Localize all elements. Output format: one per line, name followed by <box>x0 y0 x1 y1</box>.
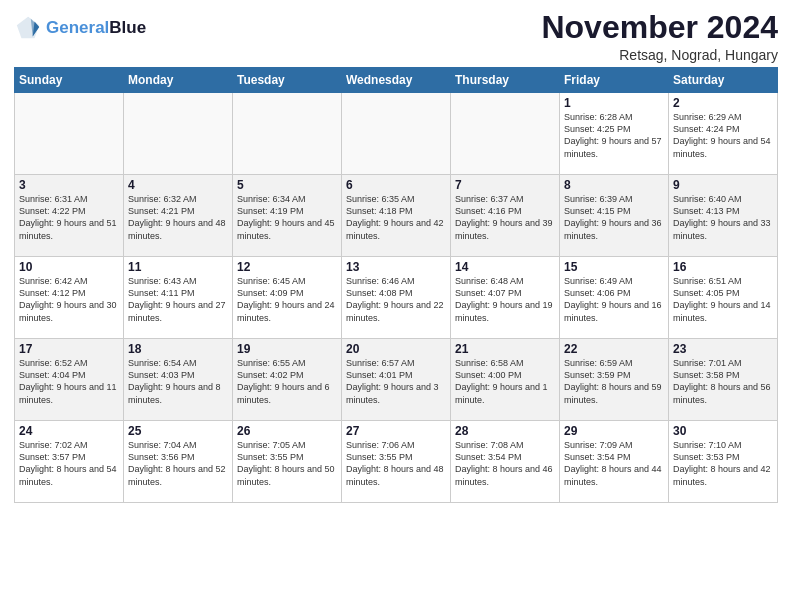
cell-3-3: 20Sunrise: 6:57 AM Sunset: 4:01 PM Dayli… <box>342 339 451 421</box>
day-number: 25 <box>128 424 228 438</box>
day-number: 24 <box>19 424 119 438</box>
day-info: Sunrise: 7:01 AM Sunset: 3:58 PM Dayligh… <box>673 357 773 406</box>
cell-3-5: 22Sunrise: 6:59 AM Sunset: 3:59 PM Dayli… <box>560 339 669 421</box>
day-info: Sunrise: 7:02 AM Sunset: 3:57 PM Dayligh… <box>19 439 119 488</box>
day-number: 15 <box>564 260 664 274</box>
day-number: 14 <box>455 260 555 274</box>
cell-4-4: 28Sunrise: 7:08 AM Sunset: 3:54 PM Dayli… <box>451 421 560 503</box>
day-number: 16 <box>673 260 773 274</box>
day-number: 10 <box>19 260 119 274</box>
cell-3-1: 18Sunrise: 6:54 AM Sunset: 4:03 PM Dayli… <box>124 339 233 421</box>
day-number: 2 <box>673 96 773 110</box>
day-info: Sunrise: 6:31 AM Sunset: 4:22 PM Dayligh… <box>19 193 119 242</box>
col-tuesday: Tuesday <box>233 68 342 93</box>
day-number: 22 <box>564 342 664 356</box>
cell-1-6: 9Sunrise: 6:40 AM Sunset: 4:13 PM Daylig… <box>669 175 778 257</box>
week-row-2: 10Sunrise: 6:42 AM Sunset: 4:12 PM Dayli… <box>15 257 778 339</box>
day-number: 13 <box>346 260 446 274</box>
day-number: 9 <box>673 178 773 192</box>
cell-4-0: 24Sunrise: 7:02 AM Sunset: 3:57 PM Dayli… <box>15 421 124 503</box>
day-number: 20 <box>346 342 446 356</box>
day-number: 1 <box>564 96 664 110</box>
week-row-1: 3Sunrise: 6:31 AM Sunset: 4:22 PM Daylig… <box>15 175 778 257</box>
cell-4-3: 27Sunrise: 7:06 AM Sunset: 3:55 PM Dayli… <box>342 421 451 503</box>
week-row-0: 1Sunrise: 6:28 AM Sunset: 4:25 PM Daylig… <box>15 93 778 175</box>
logo-line2: Blue <box>109 18 146 37</box>
day-number: 29 <box>564 424 664 438</box>
day-number: 6 <box>346 178 446 192</box>
cell-2-2: 12Sunrise: 6:45 AM Sunset: 4:09 PM Dayli… <box>233 257 342 339</box>
cell-1-2: 5Sunrise: 6:34 AM Sunset: 4:19 PM Daylig… <box>233 175 342 257</box>
cell-4-5: 29Sunrise: 7:09 AM Sunset: 3:54 PM Dayli… <box>560 421 669 503</box>
cell-2-0: 10Sunrise: 6:42 AM Sunset: 4:12 PM Dayli… <box>15 257 124 339</box>
day-info: Sunrise: 6:58 AM Sunset: 4:00 PM Dayligh… <box>455 357 555 406</box>
day-number: 28 <box>455 424 555 438</box>
day-info: Sunrise: 6:42 AM Sunset: 4:12 PM Dayligh… <box>19 275 119 324</box>
cell-4-6: 30Sunrise: 7:10 AM Sunset: 3:53 PM Dayli… <box>669 421 778 503</box>
day-number: 23 <box>673 342 773 356</box>
day-info: Sunrise: 7:10 AM Sunset: 3:53 PM Dayligh… <box>673 439 773 488</box>
col-monday: Monday <box>124 68 233 93</box>
cell-4-2: 26Sunrise: 7:05 AM Sunset: 3:55 PM Dayli… <box>233 421 342 503</box>
day-number: 11 <box>128 260 228 274</box>
logo-text: GeneralBlue <box>46 19 146 38</box>
cell-2-6: 16Sunrise: 6:51 AM Sunset: 4:05 PM Dayli… <box>669 257 778 339</box>
day-info: Sunrise: 7:04 AM Sunset: 3:56 PM Dayligh… <box>128 439 228 488</box>
cell-0-6: 2Sunrise: 6:29 AM Sunset: 4:24 PM Daylig… <box>669 93 778 175</box>
day-info: Sunrise: 6:40 AM Sunset: 4:13 PM Dayligh… <box>673 193 773 242</box>
cell-0-4 <box>451 93 560 175</box>
day-number: 8 <box>564 178 664 192</box>
day-info: Sunrise: 6:32 AM Sunset: 4:21 PM Dayligh… <box>128 193 228 242</box>
day-number: 17 <box>19 342 119 356</box>
day-info: Sunrise: 6:37 AM Sunset: 4:16 PM Dayligh… <box>455 193 555 242</box>
day-info: Sunrise: 6:55 AM Sunset: 4:02 PM Dayligh… <box>237 357 337 406</box>
day-number: 30 <box>673 424 773 438</box>
cell-0-1 <box>124 93 233 175</box>
cell-2-1: 11Sunrise: 6:43 AM Sunset: 4:11 PM Dayli… <box>124 257 233 339</box>
cell-3-4: 21Sunrise: 6:58 AM Sunset: 4:00 PM Dayli… <box>451 339 560 421</box>
cell-1-4: 7Sunrise: 6:37 AM Sunset: 4:16 PM Daylig… <box>451 175 560 257</box>
week-row-3: 17Sunrise: 6:52 AM Sunset: 4:04 PM Dayli… <box>15 339 778 421</box>
cell-0-0 <box>15 93 124 175</box>
day-info: Sunrise: 6:29 AM Sunset: 4:24 PM Dayligh… <box>673 111 773 160</box>
calendar-table: Sunday Monday Tuesday Wednesday Thursday… <box>14 67 778 503</box>
day-info: Sunrise: 7:08 AM Sunset: 3:54 PM Dayligh… <box>455 439 555 488</box>
day-info: Sunrise: 6:49 AM Sunset: 4:06 PM Dayligh… <box>564 275 664 324</box>
day-number: 26 <box>237 424 337 438</box>
cell-3-0: 17Sunrise: 6:52 AM Sunset: 4:04 PM Dayli… <box>15 339 124 421</box>
page-container: GeneralBlue November 2024 Retsag, Nograd… <box>0 0 792 509</box>
day-info: Sunrise: 6:51 AM Sunset: 4:05 PM Dayligh… <box>673 275 773 324</box>
header: GeneralBlue November 2024 Retsag, Nograd… <box>14 10 778 63</box>
subtitle: Retsag, Nograd, Hungary <box>541 47 778 63</box>
day-info: Sunrise: 7:06 AM Sunset: 3:55 PM Dayligh… <box>346 439 446 488</box>
day-info: Sunrise: 6:43 AM Sunset: 4:11 PM Dayligh… <box>128 275 228 324</box>
day-info: Sunrise: 6:52 AM Sunset: 4:04 PM Dayligh… <box>19 357 119 406</box>
day-info: Sunrise: 6:54 AM Sunset: 4:03 PM Dayligh… <box>128 357 228 406</box>
cell-2-4: 14Sunrise: 6:48 AM Sunset: 4:07 PM Dayli… <box>451 257 560 339</box>
title-block: November 2024 Retsag, Nograd, Hungary <box>541 10 778 63</box>
cell-2-5: 15Sunrise: 6:49 AM Sunset: 4:06 PM Dayli… <box>560 257 669 339</box>
logo-icon <box>14 14 42 42</box>
cell-3-2: 19Sunrise: 6:55 AM Sunset: 4:02 PM Dayli… <box>233 339 342 421</box>
day-info: Sunrise: 6:35 AM Sunset: 4:18 PM Dayligh… <box>346 193 446 242</box>
cell-1-3: 6Sunrise: 6:35 AM Sunset: 4:18 PM Daylig… <box>342 175 451 257</box>
cell-4-1: 25Sunrise: 7:04 AM Sunset: 3:56 PM Dayli… <box>124 421 233 503</box>
day-info: Sunrise: 6:57 AM Sunset: 4:01 PM Dayligh… <box>346 357 446 406</box>
col-wednesday: Wednesday <box>342 68 451 93</box>
col-sunday: Sunday <box>15 68 124 93</box>
day-info: Sunrise: 7:05 AM Sunset: 3:55 PM Dayligh… <box>237 439 337 488</box>
cell-1-1: 4Sunrise: 6:32 AM Sunset: 4:21 PM Daylig… <box>124 175 233 257</box>
cell-0-5: 1Sunrise: 6:28 AM Sunset: 4:25 PM Daylig… <box>560 93 669 175</box>
day-info: Sunrise: 6:28 AM Sunset: 4:25 PM Dayligh… <box>564 111 664 160</box>
day-info: Sunrise: 6:45 AM Sunset: 4:09 PM Dayligh… <box>237 275 337 324</box>
day-info: Sunrise: 6:48 AM Sunset: 4:07 PM Dayligh… <box>455 275 555 324</box>
day-info: Sunrise: 6:34 AM Sunset: 4:19 PM Dayligh… <box>237 193 337 242</box>
cell-3-6: 23Sunrise: 7:01 AM Sunset: 3:58 PM Dayli… <box>669 339 778 421</box>
cell-1-0: 3Sunrise: 6:31 AM Sunset: 4:22 PM Daylig… <box>15 175 124 257</box>
logo: GeneralBlue <box>14 14 146 42</box>
day-info: Sunrise: 7:09 AM Sunset: 3:54 PM Dayligh… <box>564 439 664 488</box>
day-number: 3 <box>19 178 119 192</box>
day-number: 27 <box>346 424 446 438</box>
week-row-4: 24Sunrise: 7:02 AM Sunset: 3:57 PM Dayli… <box>15 421 778 503</box>
day-info: Sunrise: 6:39 AM Sunset: 4:15 PM Dayligh… <box>564 193 664 242</box>
